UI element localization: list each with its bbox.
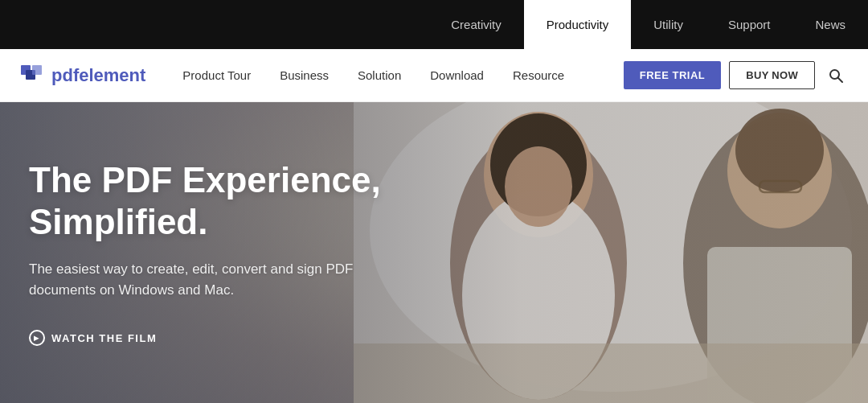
- hero-subtitle: The easiest way to create, edit, convert…: [29, 259, 366, 302]
- hero-content: The PDF Experience, Simplified. The easi…: [0, 102, 466, 403]
- main-navigation: pdfelement Product Tour Business Solutio…: [0, 49, 868, 102]
- top-nav-creativity[interactable]: Creativity: [428, 0, 524, 49]
- top-nav-support[interactable]: Support: [706, 0, 793, 49]
- watch-film-label: WATCH THE FILM: [51, 332, 157, 344]
- top-navigation: Creativity Productivity Utility Support …: [0, 0, 868, 49]
- svg-rect-2: [32, 65, 42, 75]
- top-nav-utility[interactable]: Utility: [631, 0, 706, 49]
- buy-now-button[interactable]: BUY NOW: [729, 61, 815, 89]
- search-button[interactable]: [823, 63, 849, 88]
- nav-product-tour[interactable]: Product Tour: [168, 68, 265, 82]
- nav-solution[interactable]: Solution: [343, 68, 416, 82]
- nav-resource[interactable]: Resource: [498, 68, 579, 82]
- svg-line-4: [838, 77, 843, 82]
- nav-download[interactable]: Download: [416, 68, 498, 82]
- play-icon: ▶: [29, 330, 45, 346]
- free-trial-button[interactable]: FREE TRIAL: [624, 61, 722, 89]
- logo[interactable]: pdfelement: [19, 63, 145, 88]
- top-nav-productivity[interactable]: Productivity: [524, 0, 632, 49]
- nav-business[interactable]: Business: [265, 68, 343, 82]
- logo-icon: [19, 63, 45, 88]
- top-nav-news[interactable]: News: [792, 0, 868, 49]
- logo-text: pdfelement: [51, 65, 145, 86]
- watch-film-button[interactable]: ▶ WATCH THE FILM: [29, 330, 434, 346]
- search-icon: [828, 68, 844, 84]
- hero-title: The PDF Experience, Simplified.: [29, 159, 434, 243]
- main-nav-links: Product Tour Business Solution Download …: [168, 68, 623, 82]
- nav-actions: FREE TRIAL BUY NOW: [624, 61, 849, 89]
- hero-section: The PDF Experience, Simplified. The easi…: [0, 102, 868, 403]
